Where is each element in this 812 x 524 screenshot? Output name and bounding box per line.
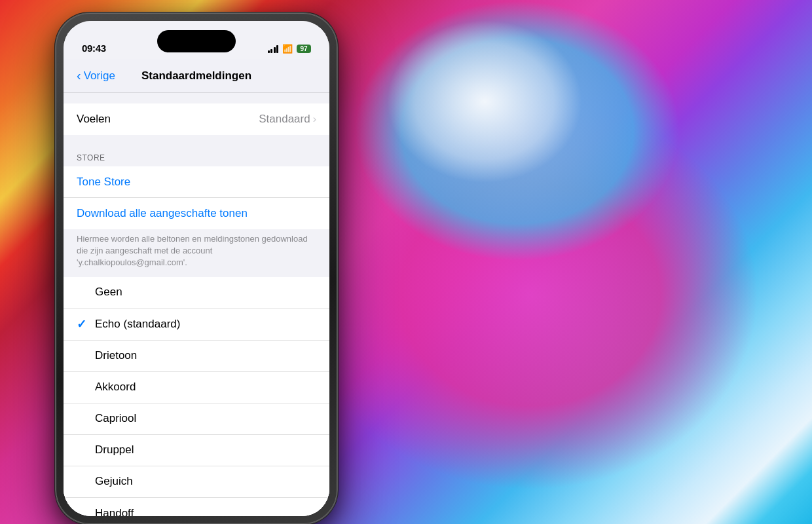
back-label: Vorige (84, 69, 115, 83)
battery-level: 97 (297, 45, 311, 53)
wifi-icon: 📶 (282, 44, 293, 54)
store-description: Hiermee worden alle beltonen en meldings… (64, 229, 329, 277)
tone-name-echo: Echo (standaard) (95, 318, 180, 331)
chevron-icon: › (313, 113, 316, 125)
store-section-label: STORE (64, 148, 329, 166)
voelen-value: Standaard › (259, 113, 316, 126)
status-time: 09:43 (82, 43, 106, 54)
tone-item-handoff[interactable]: Handoff (64, 498, 329, 516)
tone-name-geen: Geen (95, 286, 122, 299)
download-tones-label: Download alle aangeschafte tonen (77, 207, 248, 220)
tone-item-gejuich[interactable]: Gejuich (64, 466, 329, 498)
tone-name-druppel: Druppel (95, 443, 134, 457)
tone-name-handoff: Handoff (95, 507, 134, 516)
dynamic-island (157, 30, 236, 52)
status-icons: 📶 97 (268, 44, 312, 54)
voelen-section: Voelen Standaard › (64, 103, 329, 135)
tone-item-druppel[interactable]: Druppel (64, 435, 329, 466)
store-section: STORE Tone Store Download alle aangescha… (64, 148, 329, 277)
tone-checkmark-handoff (77, 506, 92, 516)
scroll-content[interactable]: Voelen Standaard › STORE Tone Store (64, 93, 329, 516)
tone-checkmark-gejuich (77, 475, 92, 489)
tone-item-geen[interactable]: Geen (64, 277, 329, 309)
navigation-bar: ‹ Vorige Standaardmeldingen (64, 59, 329, 93)
phone-device: 09:43 📶 97 (56, 13, 337, 524)
tone-name-drietoon: Drietoon (95, 349, 137, 362)
tone-store-label: Tone Store (77, 176, 130, 189)
back-button[interactable]: ‹ Vorige (77, 69, 115, 83)
page-title: Standaardmeldingen (141, 69, 251, 83)
tone-item-drietoon[interactable]: Drietoon (64, 341, 329, 372)
tone-store-row[interactable]: Tone Store (64, 166, 329, 198)
tone-item-echo[interactable]: ✓ Echo (standaard) (64, 309, 329, 341)
tone-item-capriool[interactable]: Capriool (64, 403, 329, 435)
tone-item-akkoord[interactable]: Akkoord (64, 372, 329, 403)
voelen-label: Voelen (77, 113, 259, 126)
tone-name-gejuich: Gejuich (95, 475, 133, 488)
tone-checkmark-echo: ✓ (77, 317, 92, 331)
phone-shell: 09:43 📶 97 (56, 13, 337, 524)
phone-screen: 09:43 📶 97 (64, 21, 329, 516)
bg-blob-white (386, 20, 583, 183)
voelen-row[interactable]: Voelen Standaard › (64, 103, 329, 135)
tone-checkmark (77, 286, 92, 299)
download-tones-row[interactable]: Download alle aangeschafte tonen (64, 198, 329, 229)
store-card: Tone Store Download alle aangeschafte to… (64, 166, 329, 229)
battery-indicator: 97 (297, 45, 311, 53)
tone-name-akkoord: Akkoord (95, 381, 136, 394)
back-arrow-icon: ‹ (77, 69, 81, 82)
tone-checkmark-capriool (77, 412, 92, 426)
signal-icon (268, 45, 279, 53)
tone-checkmark-drietoon (77, 349, 92, 363)
tone-list: Geen ✓ Echo (standaard) Drietoon Akkoord (64, 277, 329, 516)
tone-name-capriool: Capriool (95, 412, 136, 425)
tone-checkmark-akkoord (77, 381, 92, 394)
tone-checkmark-druppel (77, 443, 92, 457)
